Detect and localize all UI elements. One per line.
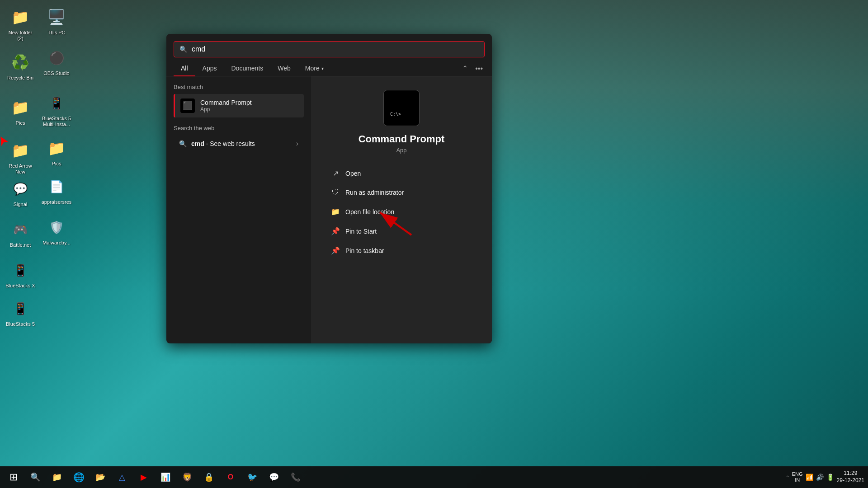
taskbar-whatsapp-button[interactable]: 📞 [286,467,306,487]
desktop-icon-this-pc[interactable]: 🖥️ This PC [38,5,75,38]
battlenet-icon: 🎮 [9,219,31,240]
best-match-section: Best match ⬛ Command Prompt App [174,84,304,117]
folder-icon: 📁 [9,97,31,118]
tab-all[interactable]: All [174,61,195,76]
search-web-label: Search the web [174,125,304,131]
search-input[interactable]: cmd [192,45,479,53]
clock-time: 11:29 [837,470,864,477]
taskbar-pin-icon: 📌 [331,246,340,255]
taskbar-youtube-button[interactable]: ▶ [134,467,154,487]
taskbar-search-button[interactable]: 🔍 [25,467,45,487]
tray-chevron[interactable]: ⌃ [786,475,789,480]
taskbar-drive-button[interactable]: △ [112,467,132,487]
action-pin-to-start[interactable]: 📌 Pin to Start [325,222,478,240]
main-content: Best match ⬛ Command Prompt App Search t… [166,76,492,343]
bluestacks-icon: 📱 [46,92,67,114]
taskbar-file-explorer-button[interactable]: 📁 [47,467,67,487]
more-options-icon[interactable]: ••• [473,63,485,75]
folder-icon: 📁 [9,140,31,161]
taskbar-discord-button[interactable]: 💬 [264,467,284,487]
taskbar-bitdefender-button[interactable]: 🔒 [199,467,219,487]
desktop-icon-label: Recycle Bin [7,75,33,81]
web-search-arrow-icon: › [296,140,298,148]
best-match-label: Best match [174,84,304,90]
search-bar: 🔍 cmd [166,34,492,57]
pin-icon: 📌 [331,227,340,235]
tab-actions: ⌃ ••• [460,62,485,75]
desktop-icon-label: Signal [14,202,28,207]
share-icon[interactable]: ⌃ [460,62,470,75]
desktop-icon-battlenet[interactable]: 🎮 Battle.net [2,217,38,250]
desktop-icon-obs-studio[interactable]: ⚫ OBS Studio [38,45,75,78]
malwarebytes-icon: 🛡️ [46,216,67,238]
tab-documents[interactable]: Documents [224,61,270,76]
chevron-down-icon: ▾ [321,66,324,71]
taskbar-brave-button[interactable]: 🦁 [177,467,197,487]
desktop-icon-pics2[interactable]: 📁 Pics [38,136,75,169]
folder-open-icon: 📁 [331,207,340,216]
taskbar-opera-button[interactable]: O [221,467,241,487]
desktop-icon-new-folder[interactable]: 📁 New folder(2) [2,5,38,43]
desktop-icon-label: Pics [16,120,25,126]
desktop-icon-label: This PC [47,30,65,36]
left-panel: Best match ⬛ Command Prompt App Search t… [166,76,311,343]
action-run-as-admin[interactable]: 🛡 Run as administrator [325,184,478,201]
best-match-item[interactable]: ⬛ Command Prompt App [174,94,304,117]
taskbar-twitter-button[interactable]: 🐦 [242,467,262,487]
taskbar-files-button[interactable]: 📂 [90,467,110,487]
desktop-icon-red-arrow-new[interactable]: 📁 Red ArrowNew ➤ [2,138,38,177]
system-clock[interactable]: 11:29 29-12-2021 [837,470,864,484]
desktop-icon-label: BlueStacks X [5,283,35,289]
right-panel: C:\> Command Prompt App ↗ Open 🛡 Run as [311,76,492,343]
volume-icon[interactable]: 🔊 [816,474,824,481]
search-input-wrapper[interactable]: 🔍 cmd [174,41,485,57]
tab-more[interactable]: More ▾ [298,61,331,76]
taskbar: ⊞ 🔍 📁 🌐 📂 △ ▶ 📊 🦁 🔒 O 🐦 💬 [0,466,868,488]
clock-date: 29-12-2021 [837,477,864,484]
battery-icon[interactable]: 🔋 [826,474,834,481]
start-menu: 🔍 cmd All Apps Documents Web More ▾ ⌃ ••… [166,34,492,343]
desktop-icon-label: Red ArrowNew [9,163,32,175]
desktop-icon-label: Malwareby... [42,240,71,246]
wifi-icon[interactable]: 📶 [806,474,813,481]
computer-icon: 🖥️ [46,6,67,28]
app-preview-name: Command Prompt [359,133,445,145]
doc-icon: 📄 [46,176,67,197]
desktop-icon-label: appraisersres [42,199,72,205]
action-open-file-location[interactable]: 📁 Open file location [325,203,478,221]
tab-apps[interactable]: Apps [195,61,224,76]
desktop-icon-bluestacks5b[interactable]: 📱 BlueStacks 5 [2,296,38,329]
action-pin-to-taskbar[interactable]: 📌 Pin to taskbar [325,242,478,259]
desktop-icon-pics[interactable]: 📁 Pics [2,95,38,128]
desktop-icon-bluestacksx[interactable]: 📱 BlueStacks X [2,258,38,291]
folder-icon: 📁 [46,137,67,159]
obs-icon: ⚫ [46,47,67,69]
desktop-icon-signal[interactable]: 💬 Signal [2,176,38,209]
action-open[interactable]: ↗ Open [325,164,478,182]
desktop-icon-bluestacks5[interactable]: 📱 BlueStacks 5Multi-Insta... [38,90,75,129]
desktop-icon-malwarebytes[interactable]: 🛡️ Malwareby... [38,215,75,248]
language-indicator: ENGIN [792,471,803,483]
filter-tabs: All Apps Documents Web More ▾ ⌃ ••• [166,57,492,76]
desktop-icon-recycle-bin[interactable]: ♻️ Recycle Bin [2,50,38,83]
recycle-bin-icon: ♻️ [9,52,31,73]
taskbar-excel-button[interactable]: 📊 [156,467,175,487]
start-button[interactable]: ⊞ [4,467,24,487]
cmd-app-icon: ⬛ [180,99,195,113]
desktop: 📁 New folder(2) 🖥️ This PC ♻️ Recycle Bi… [0,0,868,488]
search-icon: 🔍 [179,46,187,53]
desktop-icon-label: Battle.net [10,242,31,248]
bluestacks5b-icon: 📱 [9,298,31,319]
bluestacksx-icon: 📱 [9,259,31,281]
tab-web[interactable]: Web [270,61,298,76]
taskbar-chrome-button[interactable]: 🌐 [69,467,89,487]
desktop-icon-appraisers[interactable]: 📄 appraisersres [38,174,75,207]
app-preview-icon: C:\> [383,90,420,126]
desktop-icon-label: New folder(2) [9,30,33,42]
open-icon: ↗ [331,169,340,178]
desktop-icon-label: OBS Studio [43,70,69,76]
desktop-icon-label: Pics [52,161,61,167]
folder-icon: 📁 [9,6,31,28]
cmd-icon-inner: C:\> [388,98,415,118]
web-search-item[interactable]: 🔍 cmd - See web results › [174,135,304,152]
